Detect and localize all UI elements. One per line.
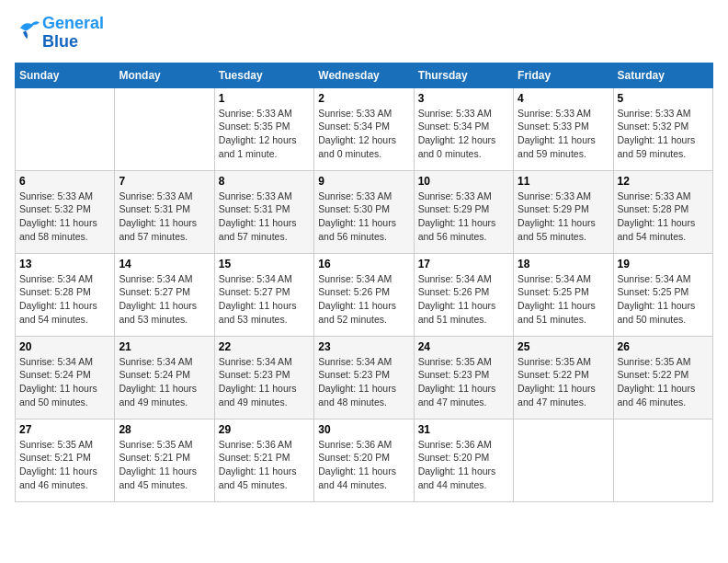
day-number: 2 bbox=[318, 92, 409, 105]
calendar-cell: 2Sunrise: 5:33 AM Sunset: 5:34 PM Daylig… bbox=[314, 87, 414, 170]
day-info: Sunrise: 5:35 AM Sunset: 5:22 PM Dayligh… bbox=[518, 355, 609, 409]
day-info: Sunrise: 5:35 AM Sunset: 5:21 PM Dayligh… bbox=[19, 438, 110, 492]
day-info: Sunrise: 5:33 AM Sunset: 5:34 PM Dayligh… bbox=[318, 107, 409, 161]
calendar-cell: 15Sunrise: 5:34 AM Sunset: 5:27 PM Dayli… bbox=[214, 253, 313, 336]
col-header-thursday: Thursday bbox=[414, 63, 513, 87]
day-info: Sunrise: 5:33 AM Sunset: 5:30 PM Dayligh… bbox=[318, 190, 409, 244]
day-info: Sunrise: 5:34 AM Sunset: 5:28 PM Dayligh… bbox=[19, 272, 110, 327]
col-header-tuesday: Tuesday bbox=[214, 63, 313, 87]
calendar-cell: 12Sunrise: 5:33 AM Sunset: 5:28 PM Dayli… bbox=[613, 170, 712, 253]
day-info: Sunrise: 5:35 AM Sunset: 5:21 PM Dayligh… bbox=[119, 438, 210, 492]
page-header: GeneralBlue bbox=[15, 15, 713, 52]
day-number: 15 bbox=[219, 258, 310, 270]
day-number: 10 bbox=[418, 175, 509, 188]
day-info: Sunrise: 5:33 AM Sunset: 5:32 PM Dayligh… bbox=[19, 190, 110, 244]
calendar-cell: 3Sunrise: 5:33 AM Sunset: 5:34 PM Daylig… bbox=[414, 87, 513, 170]
day-number: 5 bbox=[618, 92, 709, 105]
day-info: Sunrise: 5:34 AM Sunset: 5:24 PM Dayligh… bbox=[19, 355, 110, 409]
col-header-monday: Monday bbox=[115, 63, 214, 87]
day-number: 30 bbox=[318, 423, 409, 436]
logo: GeneralBlue bbox=[15, 15, 104, 52]
col-header-sunday: Sunday bbox=[16, 63, 115, 87]
calendar-cell: 5Sunrise: 5:33 AM Sunset: 5:32 PM Daylig… bbox=[613, 87, 712, 170]
day-info: Sunrise: 5:34 AM Sunset: 5:23 PM Dayligh… bbox=[318, 355, 409, 409]
day-info: Sunrise: 5:34 AM Sunset: 5:26 PM Dayligh… bbox=[418, 272, 509, 327]
calendar-cell: 18Sunrise: 5:34 AM Sunset: 5:25 PM Dayli… bbox=[514, 253, 613, 336]
day-number: 27 bbox=[19, 423, 110, 436]
day-info: Sunrise: 5:33 AM Sunset: 5:31 PM Dayligh… bbox=[219, 190, 310, 244]
day-number: 8 bbox=[219, 175, 310, 188]
day-info: Sunrise: 5:34 AM Sunset: 5:27 PM Dayligh… bbox=[119, 272, 210, 327]
day-number: 4 bbox=[518, 92, 609, 105]
day-number: 29 bbox=[219, 423, 310, 436]
calendar-cell: 22Sunrise: 5:34 AM Sunset: 5:23 PM Dayli… bbox=[214, 336, 313, 419]
calendar-cell: 21Sunrise: 5:34 AM Sunset: 5:24 PM Dayli… bbox=[115, 336, 214, 419]
day-info: Sunrise: 5:34 AM Sunset: 5:26 PM Dayligh… bbox=[318, 272, 409, 327]
calendar-cell: 16Sunrise: 5:34 AM Sunset: 5:26 PM Dayli… bbox=[314, 253, 414, 336]
day-info: Sunrise: 5:33 AM Sunset: 5:29 PM Dayligh… bbox=[518, 190, 609, 244]
day-number: 3 bbox=[418, 92, 509, 105]
day-number: 23 bbox=[318, 340, 409, 353]
calendar-cell: 20Sunrise: 5:34 AM Sunset: 5:24 PM Dayli… bbox=[16, 336, 115, 419]
day-number: 9 bbox=[318, 175, 409, 188]
day-number: 16 bbox=[318, 258, 409, 270]
calendar-cell: 23Sunrise: 5:34 AM Sunset: 5:23 PM Dayli… bbox=[314, 336, 414, 419]
calendar-cell: 24Sunrise: 5:35 AM Sunset: 5:23 PM Dayli… bbox=[414, 336, 513, 419]
day-info: Sunrise: 5:33 AM Sunset: 5:34 PM Dayligh… bbox=[418, 107, 509, 161]
day-info: Sunrise: 5:35 AM Sunset: 5:23 PM Dayligh… bbox=[418, 355, 509, 409]
day-info: Sunrise: 5:34 AM Sunset: 5:25 PM Dayligh… bbox=[618, 272, 709, 327]
calendar-cell: 29Sunrise: 5:36 AM Sunset: 5:21 PM Dayli… bbox=[214, 419, 313, 501]
calendar-cell: 17Sunrise: 5:34 AM Sunset: 5:26 PM Dayli… bbox=[414, 253, 513, 336]
day-info: Sunrise: 5:33 AM Sunset: 5:35 PM Dayligh… bbox=[219, 107, 310, 161]
day-number: 1 bbox=[219, 92, 310, 105]
day-info: Sunrise: 5:33 AM Sunset: 5:28 PM Dayligh… bbox=[618, 190, 709, 244]
day-info: Sunrise: 5:33 AM Sunset: 5:31 PM Dayligh… bbox=[119, 190, 210, 244]
day-number: 14 bbox=[119, 258, 210, 270]
day-number: 26 bbox=[618, 340, 709, 353]
logo-icon bbox=[15, 16, 42, 43]
calendar-cell: 26Sunrise: 5:35 AM Sunset: 5:22 PM Dayli… bbox=[613, 336, 712, 419]
day-number: 19 bbox=[618, 258, 709, 270]
logo-text: GeneralBlue bbox=[42, 15, 104, 52]
day-info: Sunrise: 5:34 AM Sunset: 5:25 PM Dayligh… bbox=[518, 272, 609, 327]
day-number: 13 bbox=[19, 258, 110, 270]
day-info: Sunrise: 5:34 AM Sunset: 5:24 PM Dayligh… bbox=[119, 355, 210, 409]
calendar-cell: 9Sunrise: 5:33 AM Sunset: 5:30 PM Daylig… bbox=[314, 170, 414, 253]
day-number: 11 bbox=[518, 175, 609, 188]
calendar-cell bbox=[16, 87, 115, 170]
day-number: 7 bbox=[119, 175, 210, 188]
day-number: 21 bbox=[119, 340, 210, 353]
day-info: Sunrise: 5:36 AM Sunset: 5:20 PM Dayligh… bbox=[418, 438, 509, 492]
day-info: Sunrise: 5:36 AM Sunset: 5:21 PM Dayligh… bbox=[219, 438, 310, 492]
calendar-cell: 31Sunrise: 5:36 AM Sunset: 5:20 PM Dayli… bbox=[414, 419, 513, 501]
calendar-cell: 7Sunrise: 5:33 AM Sunset: 5:31 PM Daylig… bbox=[115, 170, 214, 253]
day-number: 18 bbox=[518, 258, 609, 270]
day-number: 12 bbox=[618, 175, 709, 188]
calendar-cell bbox=[115, 87, 214, 170]
calendar-cell: 6Sunrise: 5:33 AM Sunset: 5:32 PM Daylig… bbox=[16, 170, 115, 253]
calendar-cell: 11Sunrise: 5:33 AM Sunset: 5:29 PM Dayli… bbox=[514, 170, 613, 253]
day-number: 31 bbox=[418, 423, 509, 436]
calendar-cell: 14Sunrise: 5:34 AM Sunset: 5:27 PM Dayli… bbox=[115, 253, 214, 336]
col-header-wednesday: Wednesday bbox=[314, 63, 414, 87]
day-number: 17 bbox=[418, 258, 509, 270]
day-number: 25 bbox=[518, 340, 609, 353]
day-info: Sunrise: 5:34 AM Sunset: 5:27 PM Dayligh… bbox=[219, 272, 310, 327]
calendar-cell: 4Sunrise: 5:33 AM Sunset: 5:33 PM Daylig… bbox=[514, 87, 613, 170]
calendar-cell: 30Sunrise: 5:36 AM Sunset: 5:20 PM Dayli… bbox=[314, 419, 414, 501]
calendar-cell: 13Sunrise: 5:34 AM Sunset: 5:28 PM Dayli… bbox=[16, 253, 115, 336]
col-header-saturday: Saturday bbox=[613, 63, 712, 87]
calendar-cell: 25Sunrise: 5:35 AM Sunset: 5:22 PM Dayli… bbox=[514, 336, 613, 419]
day-number: 24 bbox=[418, 340, 509, 353]
day-info: Sunrise: 5:35 AM Sunset: 5:22 PM Dayligh… bbox=[618, 355, 709, 409]
calendar-cell bbox=[514, 419, 613, 501]
day-info: Sunrise: 5:36 AM Sunset: 5:20 PM Dayligh… bbox=[318, 438, 409, 492]
calendar-cell bbox=[613, 419, 712, 501]
day-info: Sunrise: 5:33 AM Sunset: 5:32 PM Dayligh… bbox=[618, 107, 709, 161]
calendar-cell: 27Sunrise: 5:35 AM Sunset: 5:21 PM Dayli… bbox=[16, 419, 115, 501]
day-info: Sunrise: 5:33 AM Sunset: 5:29 PM Dayligh… bbox=[418, 190, 509, 244]
day-info: Sunrise: 5:34 AM Sunset: 5:23 PM Dayligh… bbox=[219, 355, 310, 409]
day-number: 28 bbox=[119, 423, 210, 436]
calendar-cell: 1Sunrise: 5:33 AM Sunset: 5:35 PM Daylig… bbox=[214, 87, 313, 170]
col-header-friday: Friday bbox=[514, 63, 613, 87]
